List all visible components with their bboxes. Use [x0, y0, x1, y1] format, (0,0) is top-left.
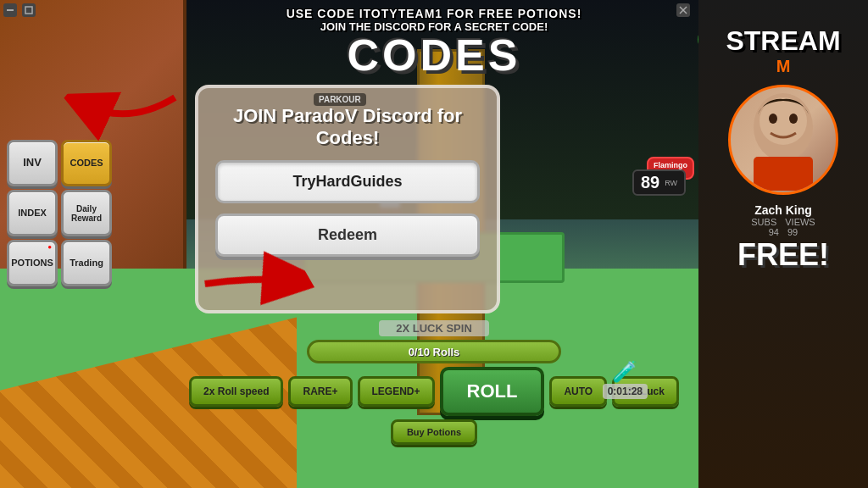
- svg-point-8: [769, 114, 777, 124]
- luck-spin-label: 2X LUCK SPIN: [379, 320, 489, 336]
- svg-rect-11: [7, 9, 14, 11]
- rolls-bar: 0/10 Rolls: [307, 340, 561, 363]
- timer-icon: 🧪: [612, 360, 637, 384]
- views-label: VIEWS: [785, 217, 815, 227]
- roll-button[interactable]: ROLL: [440, 367, 545, 416]
- svg-rect-10: [754, 157, 813, 191]
- window-controls: [3, 3, 36, 17]
- subs-count: 94: [769, 227, 779, 237]
- flamingo-name: Flamingo: [654, 161, 687, 169]
- rw-label: RW: [665, 179, 677, 187]
- codes-title: CODES: [348, 30, 521, 80]
- timer-value: 0:01:28: [603, 384, 648, 399]
- legend-plus-button[interactable]: LEGEND+: [358, 376, 435, 407]
- maximize-button[interactable]: [22, 3, 36, 17]
- daily-reward-button[interactable]: Daily Reward: [61, 190, 112, 236]
- potions-button[interactable]: POTIONS: [7, 240, 58, 286]
- index-button[interactable]: INDEX: [7, 190, 58, 236]
- buy-potions-button[interactable]: Buy Potions: [391, 419, 477, 445]
- streamer-name: Zach King: [754, 203, 812, 217]
- svg-point-9: [789, 114, 798, 124]
- stream-label: STREAM: [726, 0, 840, 57]
- rare-plus-button[interactable]: RARE+: [288, 376, 352, 407]
- stream-avatar: [728, 85, 838, 195]
- stream-counts: 94 99: [769, 227, 798, 237]
- score-value: 89: [641, 173, 659, 192]
- views-count: 99: [787, 227, 798, 237]
- stream-sub: M: [776, 57, 791, 76]
- top-banner: USE CODE ITOTYTEAM1 FOR FREE POTIONS! JO…: [287, 7, 582, 33]
- stream-stats: SUBS VIEWS: [751, 217, 815, 227]
- banner-line1: USE CODE ITOTYTEAM1 FOR FREE POTIONS!: [287, 7, 582, 20]
- timer-display: 🧪 0:01:28: [603, 360, 648, 399]
- auto-button[interactable]: AUTO: [549, 376, 607, 407]
- free-label: FREE!: [737, 237, 829, 273]
- inv-button[interactable]: INV: [7, 140, 58, 186]
- subs-label: SUBS: [751, 217, 776, 227]
- code-input[interactable]: TryHardGuides: [215, 160, 480, 203]
- svg-rect-12: [25, 7, 32, 14]
- close-button[interactable]: [676, 3, 690, 17]
- left-buttons: INV CODES INDEX Daily Reward POTIONS Tra…: [7, 140, 112, 286]
- dialog-title: JOIN ParadoV Discord for Codes!: [215, 105, 480, 150]
- banner-line2: JOIN THE DISCORD FOR A SECRET CODE!: [287, 20, 582, 33]
- score-badge: 89 RW: [632, 169, 686, 196]
- rolls-text: 0/10 Rolls: [409, 346, 460, 358]
- bottom-ui: 2X LUCK SPIN 0/10 Rolls 2x Roll speed RA…: [0, 319, 868, 488]
- 2x-roll-speed-button[interactable]: 2x Roll speed: [189, 376, 283, 407]
- parkour-label: PARKOUR: [314, 93, 366, 106]
- minimize-button[interactable]: [3, 3, 17, 17]
- trading-button[interactable]: Trading: [61, 240, 112, 286]
